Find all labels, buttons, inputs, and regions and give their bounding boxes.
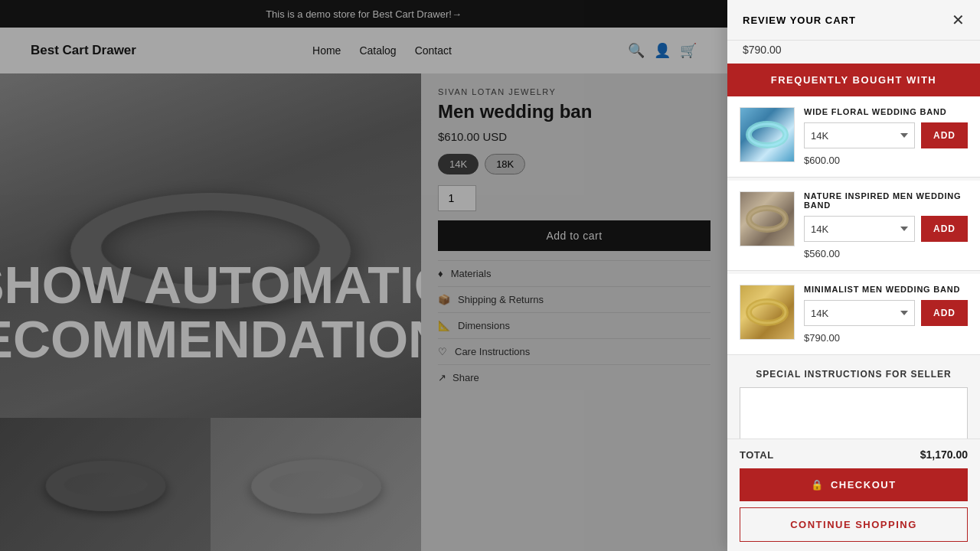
thumbnail-1[interactable] <box>0 418 211 551</box>
rec-ring-svg-0 <box>744 119 790 150</box>
quantity-input[interactable]: 1 <box>438 185 476 211</box>
rec-select-1[interactable]: 14K 18K <box>804 216 915 242</box>
rec-item-2: MINIMALIST MEN WEDDING BAND 14K 18K ADD … <box>727 274 980 355</box>
rec-price-2: $790.00 <box>804 332 968 344</box>
search-icon[interactable]: 🔍 <box>628 42 645 59</box>
product-price: $610.00 USD <box>438 130 710 143</box>
site-logo[interactable]: Best Cart Drawer <box>31 43 136 58</box>
cart-icon[interactable]: 🛒 <box>680 42 697 59</box>
accordion-shipping[interactable]: 📦 Shipping & Returns <box>438 287 710 313</box>
page-wrapper: This is a demo store for Best Cart Drawe… <box>0 0 980 551</box>
nav-home[interactable]: Home <box>312 44 341 57</box>
option-14k[interactable]: 14K <box>438 154 479 174</box>
checkout-label: CHECKOUT <box>831 479 897 491</box>
dimensions-icon: 📐 <box>438 320 450 331</box>
rec-item-0: WIDE FLORAL WEDDING BAND 14K 18K ADD $60… <box>727 96 980 178</box>
care-label: Care Instructions <box>455 346 530 357</box>
rec-name-0: WIDE FLORAL WEDDING BAND <box>804 107 968 116</box>
announcement-arrow: → <box>452 8 462 20</box>
rec-image-1 <box>740 191 795 246</box>
product-area: SHOW AUTOMATIC RECOMMENDATIONS SIVAN LOT… <box>0 73 727 551</box>
special-instructions-section: SPECIAL INSTRUCTIONS FOR SELLER <box>727 358 980 439</box>
fbw-banner: FREQUENTLY BOUGHT WITH <box>727 64 980 96</box>
option-18k[interactable]: 18K <box>485 154 525 174</box>
materials-icon: ♦ <box>438 268 443 279</box>
product-options: 14K 18K <box>438 154 710 174</box>
cart-total-row: TOTAL $1,170.00 <box>740 448 968 461</box>
thumb-ring-1 <box>42 461 169 511</box>
share-row[interactable]: ↗ Share <box>438 365 710 390</box>
rec-ring-svg-1 <box>744 204 790 234</box>
header-icons: 🔍 👤 🛒 <box>628 42 697 59</box>
announcement-text: This is a demo store for Best Cart Drawe… <box>266 8 452 20</box>
rec-select-row-1: 14K 18K ADD <box>804 216 968 242</box>
product-gallery: SHOW AUTOMATIC RECOMMENDATIONS <box>0 73 421 551</box>
accordion-dimensions[interactable]: 📐 Dimensions <box>438 313 710 339</box>
svg-point-5 <box>749 302 786 323</box>
rec-add-button-1[interactable]: ADD <box>921 216 968 242</box>
rec-ring-svg-2 <box>744 297 790 328</box>
thumb-ring-2 <box>247 459 385 514</box>
ring-shape <box>57 193 364 309</box>
add-to-cart-button[interactable]: Add to cart <box>438 220 710 251</box>
accordion-materials[interactable]: ♦ Materials <box>438 261 710 287</box>
share-label: Share <box>452 372 479 383</box>
rec-select-2[interactable]: 14K 18K <box>804 300 915 326</box>
rec-item-1: NATURE INSPIRED MEN WEDDING BAND 14K 18K… <box>727 181 980 271</box>
site-header: Best Cart Drawer Home Catalog Contact 🔍 … <box>0 28 727 73</box>
cart-close-button[interactable]: ✕ <box>952 12 965 28</box>
rec-add-button-2[interactable]: ADD <box>921 300 968 326</box>
site-nav: Home Catalog Contact <box>312 44 452 57</box>
rec-select-row-0: 14K 18K ADD <box>804 122 968 148</box>
svg-point-3 <box>749 208 786 230</box>
rec-image-2 <box>740 285 795 340</box>
checkout-button[interactable]: 🔒 CHECKOUT <box>740 468 968 501</box>
special-instructions-textarea[interactable] <box>740 387 968 439</box>
rec-select-row-2: 14K 18K ADD <box>804 300 968 326</box>
share-icon: ↗ <box>438 372 446 383</box>
nav-catalog[interactable]: Catalog <box>359 44 396 57</box>
page-background: This is a demo store for Best Cart Drawe… <box>0 0 727 551</box>
cart-total-label: TOTAL <box>740 449 774 461</box>
rec-details-2: MINIMALIST MEN WEDDING BAND 14K 18K ADD … <box>804 285 968 344</box>
cart-header: REVIEW YOUR CART ✕ <box>727 0 980 41</box>
account-icon[interactable]: 👤 <box>654 42 671 59</box>
shipping-icon: 📦 <box>438 294 450 305</box>
rec-price-0: $600.00 <box>804 155 968 166</box>
recommendations-list: WIDE FLORAL WEDDING BAND 14K 18K ADD $60… <box>727 96 980 439</box>
dimensions-label: Dimensions <box>458 320 510 331</box>
rec-image-0 <box>740 107 795 162</box>
materials-label: Materials <box>451 268 492 279</box>
rec-add-button-0[interactable]: ADD <box>921 122 968 148</box>
checkout-lock-icon: 🔒 <box>811 479 825 491</box>
cart-total-value: $1,170.00 <box>920 448 968 461</box>
cart-title: REVIEW YOUR CART <box>743 15 856 26</box>
continue-shopping-button[interactable]: CONTINUE SHOPPING <box>740 507 968 542</box>
announcement-bar[interactable]: This is a demo store for Best Cart Drawe… <box>0 0 727 28</box>
product-thumbnails <box>0 418 421 551</box>
nav-contact[interactable]: Contact <box>415 44 452 57</box>
rec-details-0: WIDE FLORAL WEDDING BAND 14K 18K ADD $60… <box>804 107 968 166</box>
svg-point-1 <box>749 124 786 145</box>
product-brand: SIVAN LOTAN JEWELRY <box>438 87 710 96</box>
product-info-panel: SIVAN LOTAN JEWELRY Men wedding ban $610… <box>421 73 727 551</box>
special-instructions-label: SPECIAL INSTRUCTIONS FOR SELLER <box>740 369 968 380</box>
cart-drawer: REVIEW YOUR CART ✕ $790.00 FREQUENTLY BO… <box>727 0 980 551</box>
shipping-label: Shipping & Returns <box>458 294 544 305</box>
cart-price-top: $790.00 <box>727 41 980 64</box>
accordion-care[interactable]: ♡ Care Instructions <box>438 339 710 365</box>
rec-name-2: MINIMALIST MEN WEDDING BAND <box>804 285 968 294</box>
product-accordions: ♦ Materials 📦 Shipping & Returns 📐 Dimen… <box>438 260 710 365</box>
product-title: Men wedding ban <box>438 101 710 122</box>
thumbnail-2[interactable] <box>211 418 421 551</box>
rec-name-1: NATURE INSPIRED MEN WEDDING BAND <box>804 191 968 210</box>
cart-footer: TOTAL $1,170.00 🔒 CHECKOUT CONTINUE SHOP… <box>727 439 980 551</box>
rec-select-0[interactable]: 14K 18K <box>804 122 915 148</box>
product-main-image <box>0 73 421 418</box>
care-icon: ♡ <box>438 346 447 357</box>
rec-details-1: NATURE INSPIRED MEN WEDDING BAND 14K 18K… <box>804 191 968 259</box>
rec-price-1: $560.00 <box>804 248 968 259</box>
